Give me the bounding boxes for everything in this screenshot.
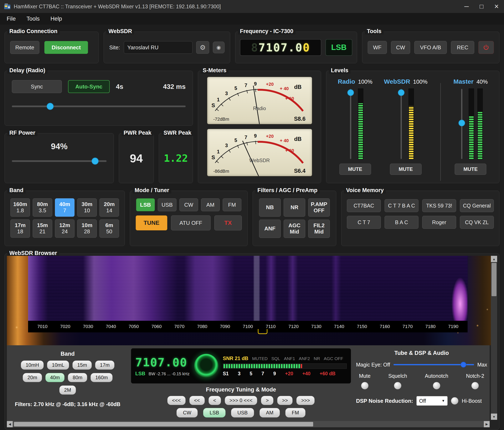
web-mode-cw-button[interactable]: CW [176,408,198,418]
waterfall-spectrogram[interactable] [28,256,468,321]
band-button-12m[interactable]: 12m24 [55,219,74,238]
fil2-button[interactable]: FIL2Mid [308,220,330,238]
master-level-slider-thumb[interactable] [459,120,465,126]
mode-fm-button[interactable]: FM [223,198,241,211]
scroll-up-icon[interactable]: ▲ [491,256,497,262]
cw-button[interactable]: CW [391,41,410,54]
voice-memory-5-button[interactable]: C T 7 [347,216,381,229]
delay-slider[interactable] [12,103,186,110]
sync-button[interactable]: Sync [12,80,62,93]
close-button[interactable]: × [489,0,504,13]
site-input[interactable] [124,41,192,54]
web-band-20m-button[interactable]: 20m [23,373,42,382]
anf-button[interactable]: ANF [259,220,281,238]
passband-marker[interactable] [258,329,267,334]
delay-slider-track[interactable] [12,106,186,107]
web-band-15m-button[interactable]: 15m [72,360,92,370]
websdr-level-slider-track[interactable] [401,89,402,159]
notch2-toggle[interactable] [471,382,479,389]
band-button-80m[interactable]: 80m3.5 [33,198,52,217]
vfo-ab-button[interactable]: VFO A/B [414,41,447,54]
rf-power-slider[interactable] [12,157,107,165]
web-band-2m-button[interactable]: 2M [59,385,76,395]
tuning-knob[interactable] [194,354,218,378]
band-button-40m[interactable]: 40m7 [55,198,74,217]
voice-memory-7-button[interactable]: Roger [422,216,456,229]
remote-button[interactable]: Remote [10,41,39,54]
settings-gear-button[interactable]: ⚙ [196,41,209,54]
tune-down-fast-button[interactable]: <<< [167,396,186,405]
master-level-slider[interactable] [458,88,466,160]
wf-button[interactable]: WF [368,41,387,54]
rec-button[interactable]: REC [451,41,474,54]
radio-level-slider[interactable] [347,88,355,160]
band-button-15m[interactable]: 15m21 [33,219,52,238]
band-button-20m[interactable]: 20m14 [99,198,119,217]
dsp-noise-reduction-select[interactable]: Off ▼ [416,396,448,406]
mode-usb-button[interactable]: USB [158,198,176,211]
web-mode-usb-button[interactable]: USB [231,408,254,418]
menu-help[interactable]: Help [45,16,68,22]
scroll-right-icon[interactable]: ▶ [484,421,490,427]
magic-eye-slider-thumb[interactable] [460,362,466,367]
agc-button[interactable]: AGCMid [284,220,305,238]
voice-memory-2-button[interactable]: C T 7 B A C [385,199,418,212]
master-mute-button[interactable]: MUTE [455,164,486,175]
web-mode-fm-button[interactable]: FM [285,408,306,418]
mode-cw-button[interactable]: CW [179,198,198,211]
delay-slider-thumb[interactable] [47,103,54,110]
web-band-160m-button[interactable]: 160m [90,373,113,382]
band-button-6m[interactable]: 6m50 [99,219,119,238]
web-band-80m-button[interactable]: 80m [68,373,87,382]
nr-button[interactable]: NR [284,198,305,217]
websdr-level-slider[interactable] [397,88,405,160]
preamp-button[interactable]: P.AMPOFF [308,198,330,217]
disconnect-button[interactable]: Disconnect [44,41,88,54]
horizontal-scrollbar-thumb[interactable] [14,422,313,426]
radio-mute-button[interactable]: MUTE [339,164,371,175]
tune-button[interactable]: TUNE [136,215,167,230]
tune-down-slow-button[interactable]: < [208,396,221,405]
atu-off-button[interactable]: ATU OFF [171,215,211,230]
band-button-10m[interactable]: 10m28 [77,219,97,238]
tune-up-slow-button[interactable]: > [261,396,273,405]
web-band-10ml-button[interactable]: 10mL [47,360,69,370]
websdr-mute-button[interactable]: MUTE [390,164,422,175]
voice-memory-3-button[interactable]: TKS 59 73! [422,199,456,212]
radio-level-slider-track[interactable] [350,89,351,159]
nb-button[interactable]: NB [259,198,281,217]
voice-memory-6-button[interactable]: B A C [385,216,418,229]
websdr-level-slider-thumb[interactable] [398,89,405,96]
scroll-down-icon[interactable]: ▼ [491,413,497,420]
radio-level-slider-thumb[interactable] [347,89,354,96]
web-mode-am-button[interactable]: AM [260,408,280,418]
autonotch-toggle[interactable] [433,382,440,389]
voice-memory-4-button[interactable]: CQ General [460,199,494,212]
scroll-left-icon[interactable]: ◀ [7,421,13,427]
mode-lsb-button[interactable]: LSB [136,198,155,211]
mode-am-button[interactable]: AM [201,198,220,211]
web-mode-lsb-button[interactable]: LSB [203,408,225,418]
tx-button[interactable]: TX [214,215,242,230]
vertical-scrollbar[interactable]: ▲ ▼ [491,256,497,420]
band-button-17m[interactable]: 17m18 [10,219,30,238]
auto-sync-button[interactable]: Auto-Sync [68,80,110,93]
squelch-toggle[interactable] [394,382,401,389]
horizontal-scrollbar[interactable]: ◀ ▶ [7,421,490,427]
maximize-button[interactable]: □ [474,0,489,13]
tune-down-med-button[interactable]: << [189,396,205,405]
scan-button[interactable]: ◉ [213,42,225,53]
menu-file[interactable]: File [1,16,21,22]
web-band-17m-button[interactable]: 17m [95,360,115,370]
tune-up-fast-button[interactable]: >>> [296,396,315,405]
voice-memory-1-button[interactable]: CT7BAC [347,199,381,212]
rf-power-slider-thumb[interactable] [91,157,99,165]
band-button-30m[interactable]: 30m10 [77,198,97,217]
tune-center-button[interactable]: >>> 0 <<< [225,396,257,405]
vertical-scrollbar-thumb[interactable] [492,263,496,296]
hi-boost-toggle[interactable] [451,397,459,405]
tune-up-med-button[interactable]: >> [277,396,293,405]
mute-toggle[interactable] [361,382,369,389]
magic-eye-slider[interactable] [394,361,474,368]
minimize-button[interactable]: ─ [459,0,474,13]
